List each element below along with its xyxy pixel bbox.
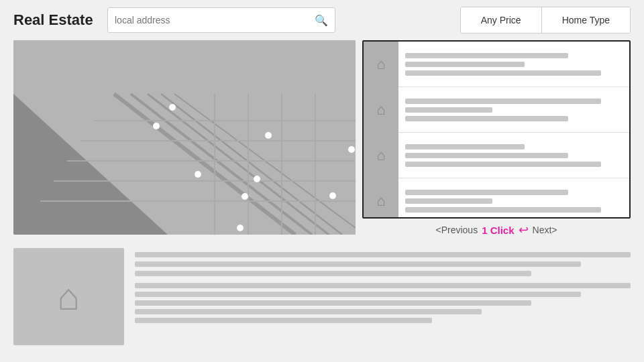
next-button[interactable]: Next> [533, 225, 557, 235]
listing-title-line [405, 99, 601, 104]
home-icon: ⌂ [376, 101, 385, 119]
click-arrow-icon: ↩ [519, 223, 529, 237]
listing-title-line [405, 144, 525, 149]
svg-point-20 [195, 171, 201, 178]
search-button[interactable]: 🔍 [315, 14, 328, 27]
listing-info [398, 93, 629, 127]
map-svg [13, 40, 356, 235]
list-item[interactable]: ⌂ [364, 42, 629, 87]
main-content: ⌂ ⌂ [0, 40, 644, 352]
featured-details [135, 248, 631, 345]
listing-price-line [405, 62, 525, 67]
svg-point-22 [241, 193, 248, 200]
click-label: 1 Click [482, 225, 514, 236]
featured-line [135, 261, 581, 267]
featured-desc-line [135, 309, 482, 314]
app-title: Real Estate [13, 11, 94, 29]
featured-desc-line [135, 318, 432, 323]
featured-listing: ⌂ [13, 248, 631, 345]
search-bar: 🔍 [107, 7, 335, 33]
listing-thumbnail: ⌂ [364, 133, 398, 178]
listing-address-line [405, 70, 601, 76]
featured-home-icon: ⌂ [58, 275, 80, 318]
home-icon: ⌂ [376, 147, 385, 164]
listing-address-line [405, 116, 568, 121]
svg-point-24 [237, 225, 244, 231]
svg-point-16 [169, 104, 176, 111]
listing-scroll: ⌂ ⌂ [364, 42, 629, 217]
list-item[interactable]: ⌂ [364, 87, 629, 133]
listing-price-line [405, 153, 568, 158]
listing-price-line [405, 198, 492, 204]
top-section: ⌂ ⌂ [13, 40, 631, 241]
filter-group: Any Price Home Type [460, 7, 631, 34]
prev-button[interactable]: <Previous [436, 225, 478, 235]
home-icon: ⌂ [376, 56, 385, 73]
map-container[interactable] [13, 40, 356, 235]
home-icon: ⌂ [376, 192, 385, 210]
list-item[interactable]: ⌂ [364, 178, 629, 217]
listing-info [398, 48, 629, 81]
home-type-filter-button[interactable]: Home Type [542, 7, 630, 33]
featured-image: ⌂ [13, 248, 124, 345]
svg-point-23 [329, 192, 336, 199]
listing-title-line [405, 190, 568, 195]
list-item[interactable]: ⌂ [364, 133, 629, 178]
featured-description [135, 283, 631, 323]
svg-point-19 [348, 146, 355, 153]
listing-address-line [405, 162, 601, 167]
listing-info [398, 139, 629, 172]
listing-thumbnail: ⌂ [364, 87, 398, 133]
featured-line [135, 252, 631, 257]
featured-desc-line [135, 300, 531, 306]
svg-point-17 [153, 123, 160, 129]
listing-thumbnail: ⌂ [364, 42, 398, 87]
search-input[interactable] [115, 15, 309, 25]
svg-point-18 [265, 132, 272, 139]
listing-price-line [405, 107, 492, 113]
featured-line [135, 271, 531, 276]
listing-address-line [405, 207, 601, 213]
featured-desc-line [135, 292, 581, 297]
listing-thumbnail: ⌂ [364, 178, 398, 217]
listing-title-line [405, 53, 568, 58]
listing-info [398, 184, 629, 217]
pagination: <Previous 1 Click ↩ Next> [362, 219, 631, 241]
featured-desc-line [135, 283, 631, 288]
price-filter-button[interactable]: Any Price [461, 7, 542, 33]
svg-point-21 [254, 176, 260, 182]
header: Real Estate 🔍 Any Price Home Type [0, 0, 644, 40]
listing-panel: ⌂ ⌂ [362, 40, 631, 219]
